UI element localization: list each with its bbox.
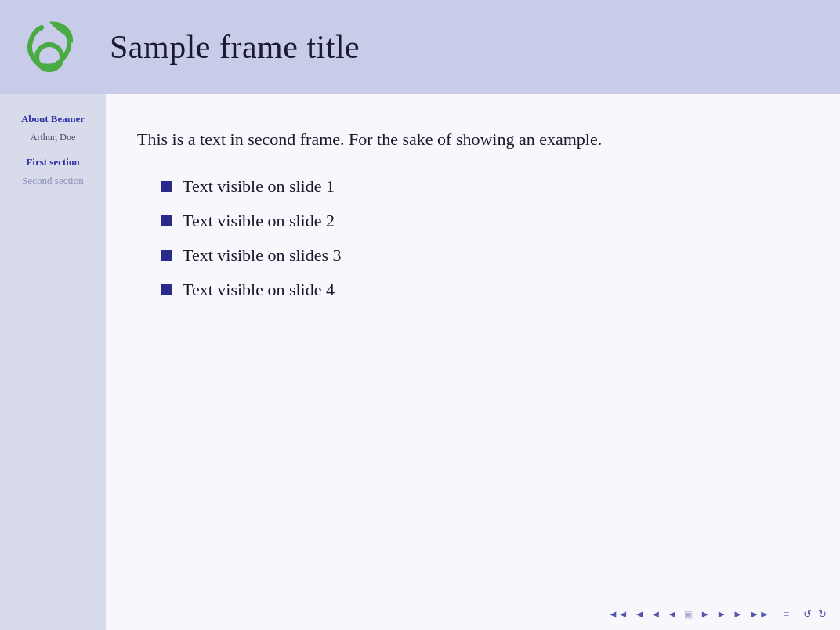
- logo-container: [16, 12, 86, 82]
- nav-next-section-button[interactable]: ►: [731, 608, 744, 621]
- nav-next-button[interactable]: ►: [698, 608, 711, 621]
- sidebar: About Beamer Arthur, Doe First section S…: [0, 94, 106, 630]
- bottom-nav-bar: ◄◄ ◄ ◄ ◄ ▣ ► ► ► ►► ≡ ↺ ↻: [606, 608, 828, 621]
- list-item: Text visible on slide 4: [161, 280, 801, 300]
- bullet-icon: [161, 181, 172, 192]
- list-item: Text visible on slide 2: [161, 211, 801, 231]
- list-item: Text visible on slide 1: [161, 176, 801, 197]
- bullet-text-4: Text visible on slide 4: [183, 280, 335, 300]
- sidebar-section-sections: First section Second section: [0, 153, 106, 190]
- nav-prev-subsection-button[interactable]: ◄: [650, 608, 663, 621]
- nav-separator-1: ▣: [684, 609, 693, 621]
- content-area: This is a text in second frame. For the …: [106, 94, 840, 630]
- nav-undo-button[interactable]: ↺: [802, 608, 813, 621]
- sidebar-section-about: About Beamer Arthur, Doe: [0, 110, 106, 147]
- sidebar-item-second-section[interactable]: Second section: [0, 172, 106, 190]
- bullet-list: Text visible on slide 1 Text visible on …: [137, 176, 801, 300]
- bullet-icon: [161, 250, 172, 261]
- bullet-text-3: Text visible on slides 3: [183, 245, 342, 266]
- frame-body-text: This is a text in second frame. For the …: [137, 125, 801, 153]
- nav-prev-button[interactable]: ◄: [665, 608, 679, 621]
- nav-next-subsection-button[interactable]: ►: [715, 608, 728, 621]
- main-layout: About Beamer Arthur, Doe First section S…: [0, 94, 840, 630]
- bullet-text-1: Text visible on slide 1: [183, 176, 335, 197]
- sidebar-item-author[interactable]: Arthur, Doe: [0, 129, 106, 147]
- header: Sample frame title: [0, 0, 840, 94]
- nav-last-button[interactable]: ►►: [748, 608, 771, 621]
- sidebar-item-about-beamer[interactable]: About Beamer: [0, 110, 106, 129]
- bullet-icon: [161, 284, 172, 295]
- bullet-text-2: Text visible on slide 2: [183, 211, 335, 231]
- beamer-logo-icon: [20, 16, 82, 78]
- frame-title: Sample frame title: [110, 28, 360, 66]
- nav-first-button[interactable]: ◄◄: [606, 608, 630, 621]
- list-item: Text visible on slides 3: [161, 245, 801, 266]
- nav-toc-button[interactable]: ≡: [782, 608, 791, 621]
- bullet-icon: [161, 215, 172, 226]
- sidebar-item-first-section[interactable]: First section: [0, 153, 106, 172]
- nav-redo-button[interactable]: ↻: [816, 608, 828, 621]
- nav-prev-section-button[interactable]: ◄: [633, 608, 646, 621]
